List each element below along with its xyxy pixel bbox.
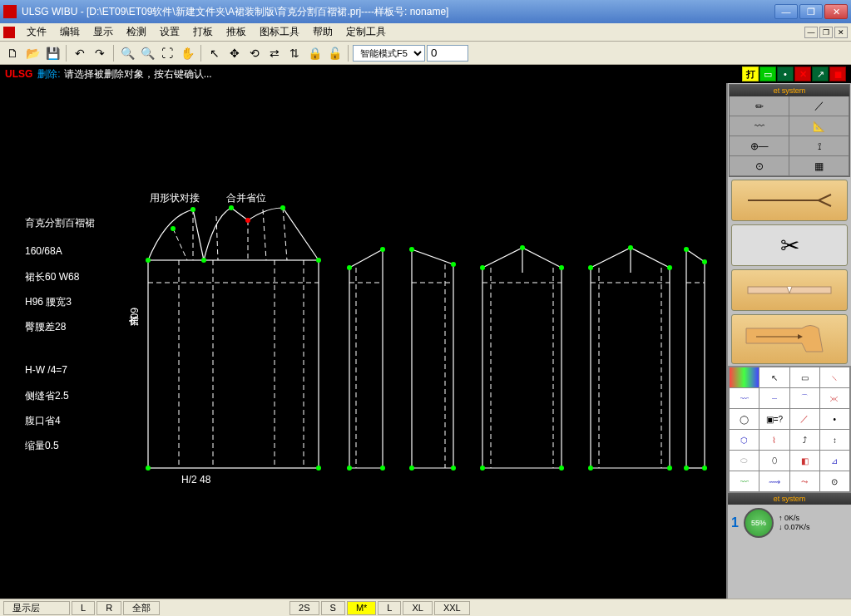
status-btn-x[interactable]: ✕	[794, 67, 811, 81]
svg-point-50	[520, 245, 525, 250]
tool-compass-icon[interactable]: ⊕—	[730, 136, 789, 155]
menu-grade[interactable]: 推板	[220, 23, 253, 41]
size-2s-button[interactable]: 2S	[289, 601, 319, 615]
tool-ruler-icon[interactable]: ▦	[789, 156, 849, 175]
grid-shape9-icon[interactable]: 〰	[730, 471, 759, 491]
grid-shape7-icon[interactable]: ◧	[790, 451, 819, 471]
size-m-button[interactable]: M*	[347, 601, 376, 615]
status-btn-da[interactable]: 打	[742, 67, 759, 81]
mode-select[interactable]: 智能模式F5	[353, 45, 425, 62]
size-xl-button[interactable]: XL	[403, 601, 432, 615]
grid-eq-icon[interactable]: ▣=?	[759, 409, 789, 429]
unlock-icon[interactable]: 🔓	[325, 44, 344, 62]
grid-slash-icon[interactable]: ／	[790, 409, 819, 429]
show-layer-button[interactable]: 显示层	[3, 601, 70, 615]
menu-view[interactable]: 显示	[87, 23, 120, 41]
zoom-in-icon[interactable]: 🔍	[118, 44, 136, 62]
grid-zigzag-icon[interactable]: ⩙	[820, 388, 849, 408]
zoom-fit-icon[interactable]: ⛶	[158, 44, 176, 62]
sub-close-button[interactable]: ✕	[834, 27, 848, 38]
tool-notch-icon[interactable]	[731, 269, 848, 311]
menu-edit[interactable]: 编辑	[53, 23, 87, 41]
menu-pattern[interactable]: 打板	[186, 23, 220, 41]
svg-point-40	[409, 466, 414, 471]
rotate-icon[interactable]: ⟲	[245, 44, 264, 62]
pointer-icon[interactable]: ↖	[205, 44, 224, 62]
svg-point-64	[588, 466, 593, 471]
tool-pattern-piece-icon[interactable]	[731, 314, 848, 364]
grid-shape1-icon[interactable]: ⬡	[730, 430, 759, 450]
tool-pencil-icon[interactable]: ✏	[730, 96, 789, 116]
grid-shape3-icon[interactable]: ⤴	[790, 430, 819, 450]
grid-shape4-icon[interactable]: ↕	[820, 430, 849, 450]
r-button[interactable]: R	[96, 601, 121, 615]
grid-dot-icon[interactable]: •	[820, 409, 849, 429]
save-file-icon[interactable]: 💾	[43, 44, 62, 62]
menu-icon-tools[interactable]: 图标工具	[253, 23, 306, 41]
tool-scissors-icon[interactable]: ✂	[731, 224, 848, 266]
sub-restore-button[interactable]: ❐	[819, 27, 833, 38]
close-button[interactable]: ✕	[824, 4, 848, 19]
grid-rect-icon[interactable]: ▭	[790, 367, 819, 387]
grid-shape11-icon[interactable]: ⤳	[790, 471, 819, 491]
grid-shape2-icon[interactable]: ⌇	[759, 430, 789, 450]
grid-shape8-icon[interactable]: ⊿	[820, 451, 849, 471]
grid-shape12-icon[interactable]: ⊙	[820, 471, 849, 491]
menu-help[interactable]: 帮助	[306, 23, 339, 41]
undo-icon[interactable]: ↶	[71, 44, 89, 62]
minimize-button[interactable]: —	[774, 4, 798, 19]
grid-shape5-icon[interactable]: ⬭	[730, 451, 759, 471]
menu-settings[interactable]: 设置	[153, 23, 186, 41]
flip-v-icon[interactable]: ⇅	[285, 44, 304, 62]
status-btn-dot[interactable]: •	[777, 67, 794, 81]
tool-point-icon[interactable]: ⊙	[730, 156, 789, 175]
lock-icon[interactable]: 🔒	[305, 44, 324, 62]
pan-icon[interactable]: ✋	[178, 44, 196, 62]
grid-shape6-icon[interactable]: ⬯	[759, 451, 789, 471]
status-btn-arrow[interactable]: ↗	[812, 67, 829, 81]
svg-point-74	[702, 466, 707, 471]
toolbar: 🗋 📂 💾 ↶ ↷ 🔍 🔍 ⛶ ✋ ↖ ✥ ⟲ ⇄ ⇅ 🔒 🔓 智能模式F5	[0, 42, 851, 65]
maximize-button[interactable]: ❐	[799, 4, 823, 19]
open-file-icon[interactable]: 📂	[23, 44, 42, 62]
svg-point-19	[280, 205, 285, 210]
status-btn-rect[interactable]: ▭	[759, 67, 776, 81]
grid-curve-icon[interactable]: ⌒	[790, 388, 819, 408]
all-button[interactable]: 全部	[123, 601, 160, 615]
numeric-input[interactable]	[427, 45, 468, 62]
tool-curve-icon[interactable]: 〰	[730, 116, 789, 136]
new-file-icon[interactable]: 🗋	[3, 44, 22, 62]
grid-dash-icon[interactable]: ┄	[759, 388, 789, 408]
right-panel: et system ✏／ 〰📐 ⊕—⟟ ⊙▦ ✂ ↖ ▭ ⟍ 〰 ┄ ⌒ ⩙ ◯…	[726, 83, 851, 599]
l-button[interactable]: L	[72, 601, 95, 615]
grid-wave-icon[interactable]: 〰	[730, 388, 759, 408]
panel-number: 1	[731, 515, 739, 530]
tool-angle-icon[interactable]: 📐	[789, 116, 849, 136]
grid-arrow-icon[interactable]: ↖	[759, 367, 789, 387]
move-icon[interactable]: ✥	[225, 44, 244, 62]
sub-minimize-button[interactable]: —	[804, 27, 818, 38]
svg-point-72	[702, 259, 707, 264]
tool-line-icon[interactable]: ／	[789, 96, 849, 116]
svg-rect-0	[148, 260, 319, 468]
size-xxl-button[interactable]: XXL	[434, 601, 470, 615]
tool-seam-icon[interactable]	[731, 180, 848, 221]
canvas[interactable]: 育克分割百褶裙 160/68A 裙长60 W68 H96 腰宽3 臀腰差28 H…	[0, 83, 726, 599]
svg-line-66	[686, 249, 705, 262]
status-btn-square[interactable]: ◼	[829, 67, 846, 81]
menu-check[interactable]: 检测	[120, 23, 153, 41]
tool-measure-icon[interactable]: ⟟	[789, 136, 849, 155]
menu-file[interactable]: 文件	[20, 23, 53, 41]
svg-point-38	[409, 247, 414, 252]
grid-line-icon[interactable]: ⟍	[820, 367, 849, 387]
grid-color-icon[interactable]	[730, 367, 759, 387]
zoom-out-icon[interactable]: 🔍	[138, 44, 156, 62]
menu-custom[interactable]: 定制工具	[339, 23, 393, 41]
grid-circle-icon[interactable]: ◯	[730, 409, 759, 429]
svg-point-18	[245, 218, 250, 223]
size-l-button[interactable]: L	[378, 601, 401, 615]
flip-h-icon[interactable]: ⇄	[265, 44, 284, 62]
redo-icon[interactable]: ↷	[91, 44, 109, 62]
size-s-button[interactable]: S	[321, 601, 345, 615]
grid-shape10-icon[interactable]: ⟿	[759, 471, 789, 491]
